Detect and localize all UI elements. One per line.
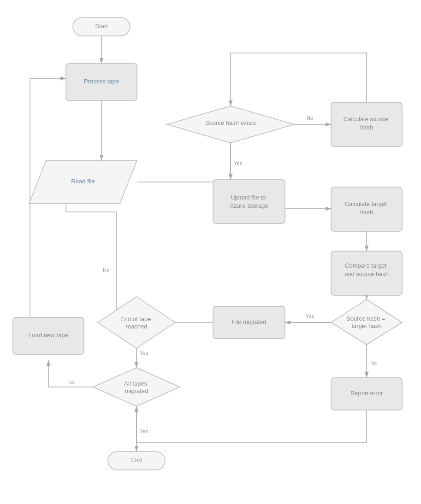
no-label-3: No	[103, 267, 109, 273]
read-file-label: Read file	[71, 178, 95, 185]
end-label: End	[131, 457, 142, 463]
yes-label-4: Yes	[140, 428, 148, 434]
no-label-1: No	[307, 115, 313, 121]
process-tape-label: Process tape	[84, 78, 119, 85]
file-migrated-label: File migrated	[231, 318, 266, 325]
upload-file-node	[213, 180, 285, 223]
load-new-tape-label: Load new tape	[29, 332, 68, 339]
source-eq-target-label: Source hash = target hash	[346, 315, 387, 329]
yes-label-2: Yes	[306, 313, 314, 319]
report-error-label: Report error	[350, 390, 383, 397]
yes-label-1: Yes	[234, 160, 242, 166]
no-label-2: No	[370, 360, 377, 366]
start-label: Start	[95, 23, 108, 29]
source-hash-exists-label: Source hash exists	[205, 119, 256, 126]
flowchart: No Yes Yes No No Yes No Yes Start Proces…	[0, 0, 421, 504]
no-label-4: No	[68, 380, 75, 385]
all-tapes-migrated-label: All tapes migrated	[124, 380, 149, 394]
yes-label-3: Yes	[140, 350, 148, 356]
